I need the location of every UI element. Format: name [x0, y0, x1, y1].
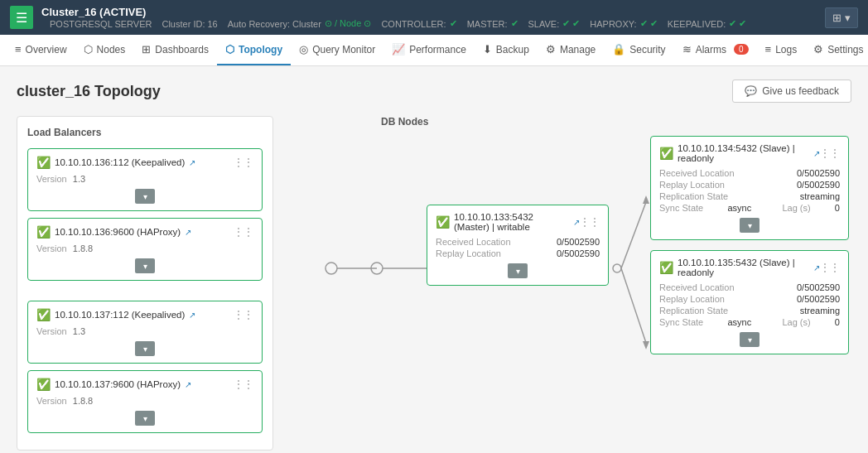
share-icon-1[interactable]: ⋮⋮	[234, 157, 253, 168]
nav-manage[interactable]: ⚙ Manage	[538, 35, 604, 65]
version-value-3: 1.3	[73, 326, 85, 336]
nav-logs[interactable]: ≡ Logs	[757, 35, 806, 65]
nav-performance-label: Performance	[409, 44, 466, 55]
expand-btn-1[interactable]: ▾	[135, 189, 155, 204]
slave1-replay-val: 0/5002590	[797, 180, 840, 190]
lb-node-1-ip: 10.10.10.136:112 (Keepalived)	[55, 157, 185, 167]
ext-link-3[interactable]: ↗	[189, 311, 195, 320]
nav-logs-label: Logs	[775, 44, 797, 55]
slave2-recv-val: 0/5002590	[797, 282, 840, 292]
dashboards-icon: ⊞	[142, 43, 151, 55]
expand-btn-3[interactable]: ▾	[135, 341, 155, 356]
nav-nodes-label: Nodes	[97, 44, 126, 55]
nav-performance[interactable]: 📈 Performance	[383, 35, 475, 65]
master-expand-btn[interactable]: ▾	[508, 263, 528, 278]
settings-icon: ⚙	[813, 43, 823, 55]
check-icon-1: ✅	[36, 156, 51, 169]
master-recv-label: Received Location	[436, 237, 511, 247]
slave1-check-icon: ✅	[659, 147, 673, 160]
lb-node-4: ✅ 10.10.10.137:9600 (HAProxy) ↗ ⋮⋮ Versi…	[27, 370, 263, 433]
master-ext-link[interactable]: ↗	[573, 218, 580, 227]
nav-dashboards[interactable]: ⊞ Dashboards	[133, 35, 217, 65]
lb-panel: Load Balancers ✅ 10.10.10.136:112 (Keepa…	[17, 116, 273, 451]
nav-alarms[interactable]: ≋ Alarms 0	[674, 35, 757, 65]
nav-backup[interactable]: ⬇ Backup	[475, 35, 538, 65]
master-share-icon[interactable]: ⋮⋮	[580, 216, 600, 228]
auto-recovery-status: ⊙ / Node ⊙	[325, 18, 372, 29]
slave1-share-icon[interactable]: ⋮⋮	[820, 147, 840, 159]
slave2-ext-link[interactable]: ↗	[813, 263, 820, 272]
version-value-2: 1.8.8	[73, 243, 93, 253]
nav-overview[interactable]: ≡ Overview	[7, 35, 75, 65]
share-icon-4[interactable]: ⋮⋮	[234, 378, 253, 390]
slave1-replay-label: Replay Location	[659, 180, 725, 190]
logo-icon: ☰	[16, 10, 27, 26]
slave1-expand-btn[interactable]: ▾	[740, 218, 760, 233]
svg-line-5	[621, 202, 646, 268]
slave2-recv-label: Received Location	[659, 282, 735, 292]
nav-nodes[interactable]: ⬡ Nodes	[75, 35, 134, 65]
slave1-recv-val: 0/5002590	[797, 168, 840, 178]
logs-icon: ≡	[765, 43, 772, 55]
slave2-repl-state-label: Replication State	[659, 306, 728, 316]
slave1-ip: 10.10.10.134:5432 (Slave) | readonly	[678, 143, 809, 163]
nav: ≡ Overview ⬡ Nodes ⊞ Dashboards ⬡ Topolo…	[0, 35, 868, 66]
slave2-share-icon[interactable]: ⋮⋮	[820, 262, 840, 273]
slave2-lag-label: Lag (s)	[782, 317, 810, 327]
slave2-expand-btn[interactable]: ▾	[740, 332, 760, 347]
keepalived-status: KEEPALIVED: ✔ ✔	[668, 18, 747, 29]
feedback-button[interactable]: 💬 Give us feedback	[732, 80, 851, 103]
check-icon-3: ✅	[36, 308, 51, 321]
nav-query-monitor[interactable]: ◎ Query Monitor	[291, 35, 383, 65]
ext-link-4[interactable]: ↗	[185, 380, 191, 389]
lb-node-2: ✅ 10.10.10.136:9600 (HAProxy) ↗ ⋮⋮ Versi…	[27, 218, 263, 281]
slave1-repl-state-label: Replication State	[659, 191, 728, 201]
slave1-repl-state-val: streaming	[800, 191, 840, 201]
topology-area: Load Balancers ✅ 10.10.10.136:112 (Keepa…	[17, 116, 851, 451]
slave1-lag-val: 0	[835, 203, 840, 213]
security-icon: 🔒	[612, 43, 625, 55]
page-title: cluster_16 Topology	[17, 83, 161, 100]
header-info: Cluster_16 (ACTIVE) POSTGRESQL SERVER Cl…	[41, 6, 746, 29]
expand-btn-2[interactable]: ▾	[135, 258, 155, 273]
nav-backup-label: Backup	[496, 44, 529, 55]
slave-status: SLAVE: ✔ ✔	[528, 18, 581, 29]
slave2-repl-state-val: streaming	[800, 306, 840, 316]
alarms-icon: ≋	[682, 43, 692, 55]
svg-point-2	[371, 263, 383, 274]
svg-marker-6	[643, 195, 649, 204]
controller-status: CONTROLLER: ✔	[381, 18, 456, 29]
cluster-title: Cluster_16 (ACTIVE)	[41, 6, 746, 18]
version-value-1: 1.3	[73, 174, 85, 184]
slave1-ext-link[interactable]: ↗	[813, 149, 820, 158]
feedback-label: Give us feedback	[762, 85, 839, 97]
version-label-3: Version	[36, 326, 67, 336]
lb-node-3: ✅ 10.10.10.137:112 (Keepalived) ↗ ⋮⋮ Ver…	[27, 301, 263, 364]
master-replay-label: Replay Location	[436, 248, 501, 258]
slave2-replay-label: Replay Location	[659, 294, 725, 304]
nav-topology[interactable]: ⬡ Topology	[217, 35, 291, 65]
nav-alarms-label: Alarms	[696, 44, 726, 55]
nav-topology-label: Topology	[239, 44, 282, 55]
nav-manage-label: Manage	[560, 44, 596, 55]
lb-panel-title: Load Balancers	[27, 127, 263, 138]
share-icon-2[interactable]: ⋮⋮	[234, 226, 253, 238]
check-icon-2: ✅	[36, 225, 51, 239]
check-icon-4: ✅	[36, 378, 51, 391]
version-label-1: Version	[36, 174, 67, 184]
ext-link-1[interactable]: ↗	[189, 158, 195, 167]
query-monitor-icon: ◎	[299, 43, 308, 55]
nodes-icon: ⬡	[84, 43, 93, 55]
share-icon-3[interactable]: ⋮⋮	[234, 309, 253, 320]
ext-link-2[interactable]: ↗	[185, 228, 191, 237]
nav-settings[interactable]: ⚙ Settings	[805, 35, 868, 65]
nav-security[interactable]: 🔒 Security	[604, 35, 673, 65]
header-right: ⊞ ▾	[825, 7, 858, 28]
slave-nodes: ✅ 10.10.10.134:5432 (Slave) | readonly ↗…	[650, 136, 849, 354]
expand-btn-4[interactable]: ▾	[135, 411, 155, 426]
spacer	[27, 287, 263, 301]
grid-view-button[interactable]: ⊞ ▾	[825, 7, 858, 28]
db-section: DB Nodes	[273, 116, 851, 354]
logo: ☰	[10, 6, 33, 29]
page-header: cluster_16 Topology 💬 Give us feedback	[17, 80, 851, 103]
